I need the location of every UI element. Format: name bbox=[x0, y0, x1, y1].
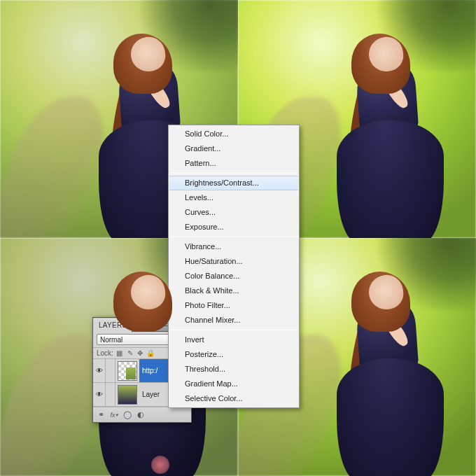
lock-brush-icon[interactable]: ✎ bbox=[126, 349, 134, 357]
menu-item-selective-color[interactable]: Selective Color... bbox=[169, 391, 298, 406]
menu-item-brightness-contrast[interactable]: Brightness/Contrast... bbox=[169, 176, 298, 190]
fx-icon[interactable]: fx▾ bbox=[108, 410, 120, 421]
menu-item-pattern[interactable]: Pattern... bbox=[169, 156, 298, 171]
menu-item-hue-saturation[interactable]: Hue/Saturation... bbox=[169, 254, 298, 269]
menu-item-curves[interactable]: Curves... bbox=[169, 205, 298, 220]
mask-icon[interactable]: ◯ bbox=[121, 410, 134, 421]
menu-item-invert[interactable]: Invert bbox=[169, 332, 298, 347]
link-layers-icon[interactable]: ⚭ bbox=[94, 410, 107, 421]
menu-item-photo-filter[interactable]: Photo Filter... bbox=[169, 298, 298, 313]
blend-mode-value: Normal bbox=[100, 336, 122, 344]
layer-thumbnail[interactable] bbox=[118, 385, 137, 405]
menu-item-solid-color[interactable]: Solid Color... bbox=[169, 127, 298, 141]
menu-item-gradient-map[interactable]: Gradient Map... bbox=[169, 377, 298, 391]
lock-label: Lock: bbox=[97, 349, 113, 357]
menu-item-levels[interactable]: Levels... bbox=[169, 190, 298, 205]
visibility-eye-icon[interactable]: 👁 bbox=[93, 383, 106, 406]
lock-icons: ▦ ✎ ✥ 🔒 bbox=[115, 349, 155, 357]
lock-move-icon[interactable]: ✥ bbox=[136, 349, 144, 357]
menu-separator bbox=[170, 330, 298, 330]
menu-item-threshold[interactable]: Threshold... bbox=[169, 362, 298, 377]
menu-item-black-white[interactable]: Black & White... bbox=[169, 284, 298, 298]
menu-item-posterize[interactable]: Posterize... bbox=[169, 347, 298, 362]
menu-item-gradient[interactable]: Gradient... bbox=[169, 141, 298, 156]
adjustment-layer-icon[interactable]: ◐ bbox=[134, 410, 147, 421]
lock-all-icon[interactable]: 🔒 bbox=[146, 349, 155, 357]
adjustment-layer-menu: Solid Color...Gradient...Pattern...Brigh… bbox=[168, 125, 300, 408]
lock-transparent-icon[interactable]: ▦ bbox=[115, 349, 124, 357]
menu-separator bbox=[170, 237, 298, 237]
menu-item-vibrance[interactable]: Vibrance... bbox=[169, 239, 298, 254]
layer-thumbnail[interactable] bbox=[118, 361, 137, 381]
menu-item-channel-mixer[interactable]: Channel Mixer... bbox=[169, 313, 298, 328]
menu-item-color-balance[interactable]: Color Balance... bbox=[169, 269, 298, 284]
layers-panel-footer: ⚭ fx▾ ◯ ◐ bbox=[93, 407, 191, 422]
menu-item-exposure[interactable]: Exposure... bbox=[169, 220, 298, 234]
layer-link-col bbox=[106, 383, 115, 406]
layer-link-col bbox=[106, 359, 115, 382]
visibility-eye-icon[interactable]: 👁 bbox=[93, 359, 106, 382]
menu-separator bbox=[170, 173, 298, 174]
